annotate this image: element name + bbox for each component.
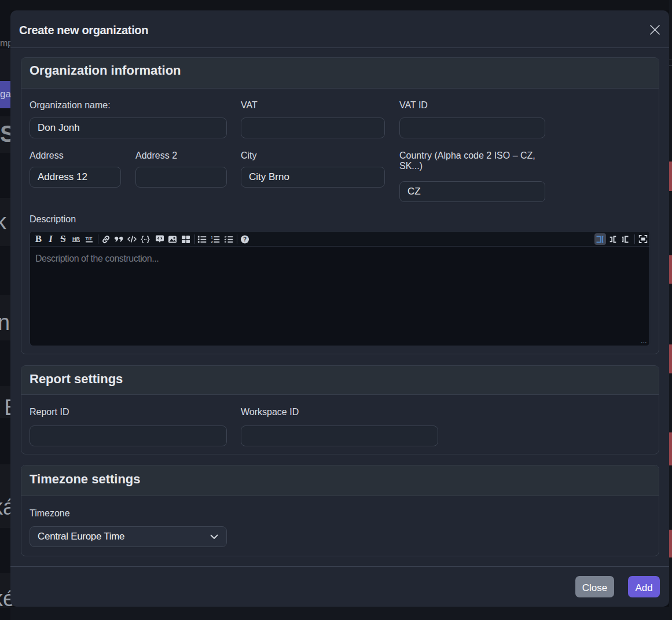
svg-text:1: 1 — [211, 236, 213, 239]
svg-text:2: 2 — [211, 240, 213, 243]
svg-text:?: ? — [243, 236, 247, 243]
